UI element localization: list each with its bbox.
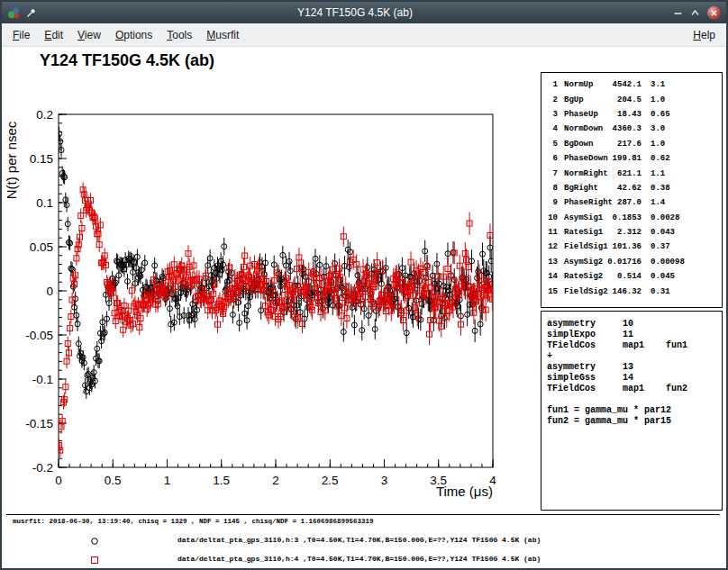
param-error: 1.0 [651,140,665,149]
param-number: 11 [545,228,558,237]
parameter-row: 2BgUp204.51.0 [545,92,722,106]
param-error: 0.62 [651,154,670,163]
param-name: AsymSig1 [564,213,605,222]
param-number: 3 [545,110,558,119]
pin-icon[interactable] [25,7,37,19]
fit-status-line: musrfit: 2018-06-30, 13:19:40, chisq = 1… [13,518,374,525]
param-name: BgUp [564,95,605,104]
param-number: 4 [545,124,558,133]
y-tick-label: -0.1 [32,373,53,386]
param-error: 3.0 [651,124,665,133]
param-value: 199.81 [605,154,642,163]
param-number: 1 [545,80,558,89]
theory-line: + [547,351,722,362]
param-name: NormDown [564,124,605,133]
parameter-row: 13AsymSig20.017160.00098 [545,255,722,269]
param-error: 1.1 [651,169,665,178]
param-number: 8 [545,184,558,193]
minimize-icon[interactable] [673,8,683,18]
theory-line: simpleGss 14 [547,373,722,384]
app-icon [7,6,21,20]
theory-line: asymmetry 13 [547,362,722,373]
param-value: 287.0 [605,198,642,207]
x-tick-label: 0.5 [105,474,122,487]
x-tick-label: 1.5 [213,474,230,487]
param-value: 4542.1 [605,80,642,89]
y-tick-label: -0.2 [32,461,53,475]
param-error: 0.0028 [651,213,679,222]
param-name: FieldSig2 [564,287,605,296]
y-tick-label: -0.05 [25,329,53,342]
param-error: 0.31 [651,287,670,296]
param-value: 217.6 [605,140,642,149]
legend-row: data/deltat_pta_gps_3110,h:3 ,T0=4.50K,T… [2,530,726,549]
menu-musrfit[interactable]: Musrfit [199,26,246,44]
param-name: RateSig2 [564,272,605,281]
circle-marker-icon [89,534,100,550]
window-titlebar: Y124 TF150G 4.5K (ab) [2,2,726,23]
param-number: 7 [545,169,558,178]
param-value: 0.514 [605,272,642,281]
y-tick-label: 0.1 [36,196,53,210]
close-icon[interactable] [707,6,721,20]
param-error: 0.00098 [651,258,685,267]
param-error: 0.38 [651,184,670,193]
parameter-row: 1NormUp4542.13.1 [545,77,722,92]
square-marker-icon [89,553,100,569]
param-name: BgDown [564,140,605,149]
param-value: 2.312 [605,228,642,237]
plot-legend: data/deltat_pta_gps_3110,h:3 ,T0=4.50K,T… [2,530,726,568]
param-value: 18.43 [605,110,642,119]
menu-view[interactable]: View [70,26,108,44]
legend-label: data/deltat_pta_gps_3110,h:4 ,T0=4.50K,T… [177,555,541,563]
parameter-row: 10AsymSig10.18530.0028 [545,211,722,225]
theory-line [547,394,722,405]
parameter-row: 3PhaseUp18.430.65 [545,107,722,122]
y-tick-label: 0.05 [30,240,53,254]
window-controls [673,6,721,20]
param-name: PhaseUp [564,110,605,119]
parameter-row: 15FieldSig2146.320.31 [545,284,722,298]
param-number: 14 [545,272,558,281]
menu-file[interactable]: File [5,26,37,44]
menu-options[interactable]: Options [108,26,159,44]
menu-help[interactable]: Help [686,26,723,44]
menu-bar: FileEditViewOptionsToolsMusrfitHelp [2,23,726,47]
series-circle [57,127,496,399]
shade-icon[interactable] [690,8,700,18]
param-error: 3.1 [651,80,665,89]
parameter-row: 6PhaseDown199.810.62 [545,151,722,166]
parameter-row: 4NormDown4360.33.0 [545,122,722,136]
param-value: 4360.3 [605,124,642,133]
param-name: BgRight [564,184,605,193]
param-name: RateSig1 [564,228,605,237]
param-value: 146.32 [605,287,642,296]
y-tick-label: 0 [46,285,53,298]
param-name: NormRight [564,169,605,178]
theory-line: TFieldCos map1 fun1 [547,340,722,351]
plot-canvas[interactable]: 00.511.522.533.54-0.2-0.15-0.1-0.0500.05… [2,90,515,513]
param-value: 0.1853 [605,213,642,222]
parameter-row: 9PhaseRight287.01.4 [545,195,722,210]
param-name: NormUp [564,80,605,89]
parameter-box: 1NormUp4542.13.12BgUp204.51.03PhaseUp18.… [541,72,723,308]
param-name: AsymSig2 [564,258,605,267]
parameter-row: 8BgRight42.620.38 [545,181,722,195]
theory-line: asymmetry 10 [547,319,722,330]
app-window: Y124 TF150G 4.5K (ab) FileEditViewOption… [0,0,728,570]
window-title: Y124 TF150G 4.5K (ab) [41,6,669,19]
parameter-row: 14RateSig20.5140.045 [545,269,722,284]
param-number: 10 [545,213,558,222]
param-value: 621.1 [605,169,642,178]
param-value: 204.5 [605,95,642,104]
y-tick-label: -0.15 [25,417,53,430]
y-tick-label: 0.15 [30,152,53,166]
param-number: 2 [545,95,558,104]
menu-edit[interactable]: Edit [37,26,70,44]
x-tick-label: 3 [381,474,388,487]
x-tick-label: 1 [164,474,171,487]
param-number: 15 [545,287,558,296]
legend-label: data/deltat_pta_gps_3110,h:3 ,T0=4.50K,T… [177,536,541,544]
menu-tools[interactable]: Tools [159,26,199,44]
theory-line: TFieldCos map1 fun2 [547,384,722,394]
